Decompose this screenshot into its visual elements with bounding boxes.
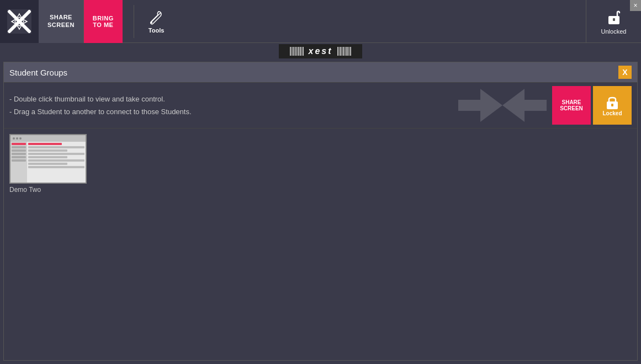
bring-to-me-line2: TO ME xyxy=(93,22,113,28)
fake-screen xyxy=(10,135,86,183)
share-screen-button-2[interactable]: SHARE SCREEN xyxy=(552,86,591,125)
thumbnail-image[interactable] xyxy=(9,134,87,184)
instructions-row: - Double click thumbnail to view and tak… xyxy=(4,83,637,129)
wrench-icon xyxy=(149,9,164,25)
instruction-2: - Drag a Student to another to connect t… xyxy=(9,105,458,118)
unlocked-label: Unlocked xyxy=(601,28,627,35)
barcode-right xyxy=(337,47,351,56)
svg-rect-8 xyxy=(613,18,615,21)
main-content: Student Groups X - Double click thumbnai… xyxy=(3,62,638,361)
unlocked-lock-icon xyxy=(605,8,623,26)
close-student-groups-button[interactable]: X xyxy=(618,66,632,79)
students-area: Demo Two xyxy=(4,129,637,199)
decorative-arrows xyxy=(458,89,547,122)
tools-button[interactable]: Tools xyxy=(140,0,173,43)
locked-button[interactable]: Locked xyxy=(593,86,632,125)
xest-banner: xest xyxy=(0,43,641,60)
svg-marker-10 xyxy=(502,89,547,122)
student-groups-title: Student Groups xyxy=(9,68,67,77)
barcode-left xyxy=(290,47,304,56)
share-screen-line2: SCREEN xyxy=(47,22,75,29)
xest-text: xest xyxy=(308,46,332,56)
instructions-text: - Double click thumbnail to view and tak… xyxy=(9,93,458,119)
xest-logo: xest xyxy=(279,44,362,58)
divider xyxy=(134,5,134,38)
logo-area xyxy=(0,0,39,43)
locked-lock-icon xyxy=(605,95,620,110)
window-close-button[interactable]: × xyxy=(630,0,641,11)
fake-screen-header xyxy=(10,135,86,142)
locked-label: Locked xyxy=(602,110,622,116)
student-label: Demo Two xyxy=(9,186,41,194)
title-bar: SHARE SCREEN BRING TO ME Tools Unlocked … xyxy=(0,0,641,43)
app-logo xyxy=(7,9,31,34)
svg-rect-12 xyxy=(611,104,613,106)
student-thumbnail[interactable]: Demo Two xyxy=(9,134,87,194)
student-groups-header: Student Groups X xyxy=(4,62,637,83)
bring-to-me-line1: BRING xyxy=(93,15,114,22)
share-screen2-line2: SCREEN xyxy=(560,105,583,111)
arrows-svg xyxy=(458,89,547,122)
tools-label: Tools xyxy=(149,27,165,34)
share-screen-line1: SHARE xyxy=(50,14,72,21)
instruction-1: - Double click thumbnail to view and tak… xyxy=(9,93,458,105)
bring-to-me-button[interactable]: BRING TO ME xyxy=(84,0,123,43)
share-screen2-line1: SHARE xyxy=(561,99,581,105)
svg-marker-9 xyxy=(458,89,502,122)
share-screen-button[interactable]: SHARE SCREEN xyxy=(39,0,84,43)
